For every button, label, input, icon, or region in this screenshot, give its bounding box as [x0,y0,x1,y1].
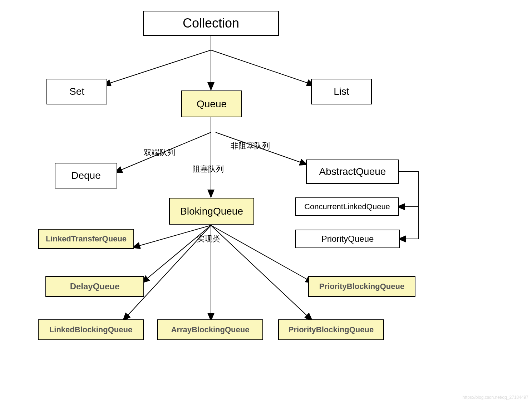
node-deque: Deque [55,163,117,188]
watermark: https://blog.csdn.net/qq_27184497 [463,395,528,400]
edge-label-blocking: 阻塞队列 [192,164,224,175]
node-priority-queue: PriorityQueue [295,230,400,248]
edge-label-deque: 双端队列 [144,147,175,158]
node-delay-queue: DelayQueue [45,276,144,297]
node-blocking-queue: BlokingQueue [169,198,254,225]
node-priority-blocking-queue-2: PriorityBlockingQueue [278,319,384,340]
node-collection: Collection [143,11,279,36]
node-array-blocking-queue: ArrayBlockingQueue [157,319,263,340]
node-concurrent-linked-queue: ConcurrentLinkedQueue [295,197,399,216]
node-queue: Queue [181,90,242,117]
node-set: Set [46,79,107,104]
svg-line-3 [211,50,314,85]
node-linked-blocking-queue: LinkedBlockingQueue [38,319,144,340]
edge-label-impl: 实现类 [197,234,220,244]
edge-label-non-blocking: 非阻塞队列 [231,141,270,151]
node-priority-blocking-queue-1: PriorityBlockingQueue [308,276,415,297]
node-abstract-queue: AbstractQueue [306,160,399,184]
node-linked-transfer-queue: LinkedTransferQueue [38,229,134,249]
node-list: List [311,79,372,104]
svg-line-1 [104,50,211,85]
diagram-arrows [0,0,532,402]
